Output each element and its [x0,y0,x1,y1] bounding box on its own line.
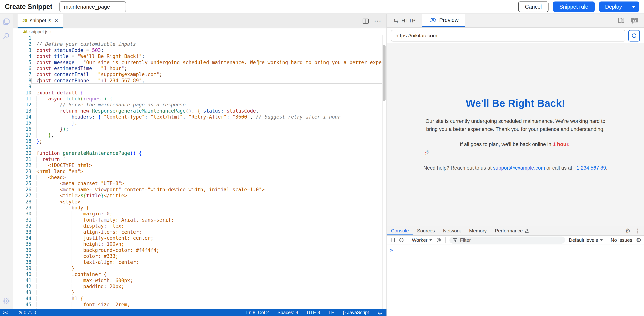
remote-indicator-icon[interactable]: >< [3,310,7,315]
chevron-right-icon: › [50,29,52,35]
maintenance-eta: If all goes to plan, we'll be back onlin… [424,140,607,156]
tab-label: snippet.js [30,18,51,24]
warning-count: 0 [34,310,36,315]
error-count: 0 [24,310,26,315]
toolbar-divider [408,237,408,243]
close-tab-icon[interactable]: × [55,18,58,24]
settings-gear-icon[interactable]: ⚙ [2,297,10,305]
tab-http[interactable]: ⇆ HTTP [387,14,422,27]
refresh-button[interactable] [628,30,640,42]
tab-preview[interactable]: Preview [422,14,465,27]
more-actions-icon[interactable]: ··· [374,18,382,24]
maintenance-help: Need help? Reach out to us at support@ex… [424,164,607,172]
code-lines: 12// Define your customizable inputs3con… [13,35,386,309]
support-email-link[interactable]: support@example.com [493,165,545,171]
maintenance-heading: We'll Be Right Back! [424,97,607,109]
console-prompt-chevron[interactable]: > [390,247,393,253]
chevron-down-icon [429,239,432,241]
console-filter-input[interactable]: Filter [450,236,565,244]
cursor-position[interactable]: Ln 8, Col 2 [246,310,269,315]
devtools-menu-icon[interactable]: ⋮ [635,228,641,234]
toolbar-divider [606,237,607,243]
search-icon[interactable] [2,32,10,40]
console-sidebar-icon[interactable] [390,237,395,243]
funnel-icon [453,238,457,242]
tab-snippet-js[interactable]: JS snippet.js × [18,14,63,29]
devtools-tab-performance[interactable]: Performance [491,226,533,235]
preview-viewport: We'll Be Right Back! Our site is current… [387,43,644,226]
js-file-icon: JS [22,18,28,23]
discord-icon[interactable] [631,17,638,24]
console-toolbar: Worker Filter Default levels [387,236,644,245]
error-circle-icon: ⊗ [18,310,22,315]
chevron-down-icon [600,239,603,241]
editor-scrollbar-track [382,35,382,309]
flask-icon [524,228,529,233]
eta-value: 1 hour. [553,141,570,147]
context-selector[interactable]: Worker [412,237,432,243]
chevron-down-icon [632,6,636,8]
breadcrumb-file[interactable]: snippet.js [29,29,48,35]
devtools-settings-gear-icon[interactable]: ⚙ [625,228,630,234]
default-levels-dropdown[interactable]: Default levels [569,237,603,243]
eol-setting[interactable]: LF [328,310,334,315]
right-panel: ⇆ HTTP Preview [386,14,644,316]
split-editor-icon[interactable] [362,18,369,24]
breadcrumb-more[interactable]: … [54,29,58,35]
snippet-rule-button[interactable]: Snippet rule [553,2,595,12]
snippet-name-input[interactable] [60,1,126,12]
devtools-tab-bar: Console Sources Network Memory Performan… [387,226,644,236]
page-title: Create Snippet [5,3,52,11]
problems-indicator[interactable]: ⊗ 0 ⚠ 0 [18,310,36,315]
console-output[interactable]: > [387,245,644,253]
files-icon[interactable] [2,18,10,26]
language-mode[interactable]: {} JavaScript [343,310,369,315]
toolbar-divider [445,237,446,243]
editor-scrollbar-thumb[interactable] [383,45,386,101]
activity-bar: ⚙ [0,14,13,309]
maintenance-page: We'll Be Right Back! Our site is current… [424,97,607,172]
deploy-dropdown-button[interactable] [628,2,639,12]
encoding-setting[interactable]: UTF-8 [307,310,320,315]
eye-icon [429,18,436,23]
deploy-button[interactable]: Deploy [599,2,628,12]
phone-link[interactable]: +1 234 567 89 [574,165,606,171]
notifications-bell-icon[interactable] [378,310,382,315]
code-editor[interactable]: 12// Define your customizable inputs3con… [13,35,386,309]
devtools-tab-network[interactable]: Network [439,226,465,235]
devtools-tab-memory[interactable]: Memory [465,226,491,235]
js-file-icon-small: JS [23,30,28,34]
breadcrumb[interactable]: JS snippet.js › … [13,29,386,35]
top-header: Create Snippet Cancel Snippet rule Deplo… [0,0,644,14]
preview-tab-bar: ⇆ HTTP Preview [387,14,644,28]
http-arrows-icon: ⇆ [394,17,398,24]
maintenance-message: Our site is currently undergoing schedul… [424,117,607,133]
issues-counter[interactable]: No Issues [611,237,632,243]
console-settings-gear-icon[interactable]: ⚙ [636,237,642,243]
devtools-tab-console[interactable]: Console [387,226,413,235]
braces-icon: {} [343,310,346,315]
status-bar: >< ⊗ 0 ⚠ 0 Ln 8, Col 2 Spaces: 4 UTF-8 L… [0,309,386,316]
rocket-icon [424,149,607,156]
clear-console-icon[interactable] [399,237,404,243]
deploy-split-button: Deploy [599,2,639,12]
preview-url-row: https://nikitac.com [387,28,644,43]
editor-tab-bar: JS snippet.js × ··· [13,14,386,29]
devtools-tab-sources[interactable]: Sources [413,226,439,235]
docs-book-icon[interactable] [618,18,625,24]
warning-triangle-icon: ⚠ [28,310,32,315]
preview-url-input[interactable]: https://nikitac.com [391,30,625,42]
indentation-setting[interactable]: Spaces: 4 [277,310,298,315]
devtools-panel: Console Sources Network Memory Performan… [387,226,644,316]
cancel-button[interactable]: Cancel [518,2,548,12]
live-expression-eye-icon[interactable] [436,237,442,243]
